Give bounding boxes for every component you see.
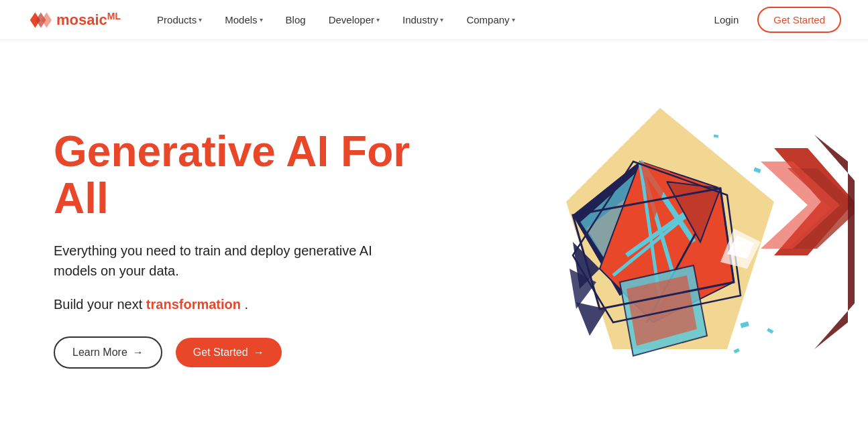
navbar: mosaicML Products ▾ Models ▾ Blog Develo…	[0, 0, 868, 40]
nav-get-started-button[interactable]: Get Started	[757, 7, 841, 33]
nav-right: Login Get Started	[706, 7, 841, 33]
svg-rect-21	[753, 167, 761, 173]
nav-item-company[interactable]: Company ▾	[457, 9, 524, 31]
learn-more-button[interactable]: Learn More →	[54, 336, 162, 369]
hero-illustration	[452, 40, 868, 443]
chevron-down-icon: ▾	[512, 16, 515, 23]
nav-item-products[interactable]: Products ▾	[148, 9, 211, 31]
nav-item-blog[interactable]: Blog	[276, 9, 315, 31]
logo-icon	[27, 7, 52, 33]
hero-buttons: Learn More → Get Started →	[54, 336, 456, 369]
svg-rect-24	[734, 348, 740, 353]
hero-description: Everything you need to train and deploy …	[54, 241, 402, 281]
nav-item-developer[interactable]: Developer ▾	[319, 9, 389, 31]
logo-text: mosaicML	[56, 11, 121, 29]
hero-section: Generative AI For All Everything you nee…	[0, 40, 868, 443]
chevron-down-icon: ▾	[376, 16, 380, 23]
login-button[interactable]: Login	[706, 9, 747, 31]
chevron-down-icon: ▾	[440, 16, 443, 23]
geometric-illustration	[466, 68, 855, 416]
hero-content: Generative AI For All Everything you nee…	[54, 128, 456, 369]
hero-get-started-button[interactable]: Get Started →	[176, 338, 282, 367]
svg-rect-23	[767, 328, 773, 334]
nav-links: Products ▾ Models ▾ Blog Developer ▾ Ind…	[148, 9, 706, 31]
chevron-down-icon: ▾	[199, 16, 202, 23]
chevron-down-icon: ▾	[260, 16, 263, 23]
nav-item-industry[interactable]: Industry ▾	[393, 9, 453, 31]
arrow-right-icon: →	[254, 346, 264, 359]
logo[interactable]: mosaicML	[27, 7, 121, 33]
svg-rect-22	[740, 321, 749, 328]
hero-title: Generative AI For All	[54, 128, 456, 223]
nav-item-models[interactable]: Models ▾	[215, 9, 272, 31]
svg-rect-25	[714, 134, 719, 137]
arrow-right-icon: →	[133, 346, 144, 359]
hero-tagline: Build your next transformation .	[54, 297, 456, 312]
